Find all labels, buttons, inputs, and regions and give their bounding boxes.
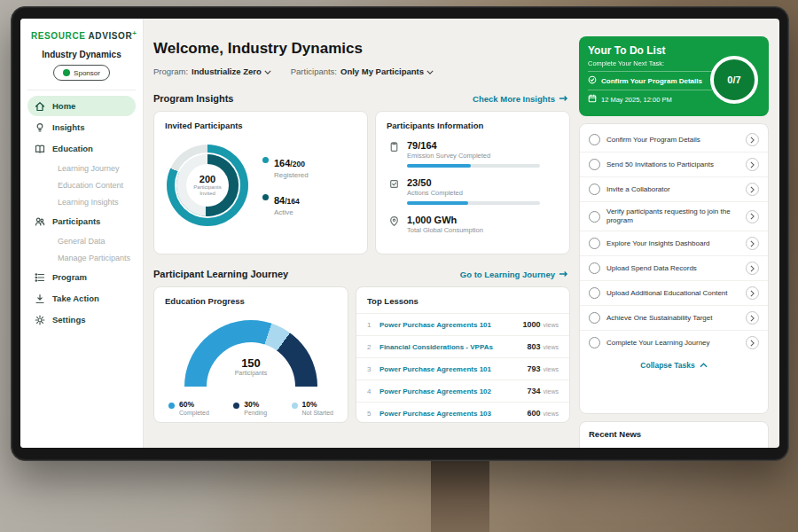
check-more-insights-link[interactable]: Check More Insights [473,94,568,104]
task-label: Send 50 Invitations to Participants [606,160,739,169]
sidebar-item-home[interactable]: Home [27,96,136,116]
lesson-link[interactable]: Power Purchase Agreements 101 [379,321,522,329]
chevron-right-icon[interactable] [746,262,759,275]
card-title: Education Progress [154,287,348,306]
legend-label: Completed [179,410,209,416]
chevron-right-icon[interactable] [746,158,759,171]
task-row[interactable]: Upload Additional Educational Content [580,281,768,306]
task-row[interactable]: Complete Your Learning Journey [580,331,768,355]
task-checkbox[interactable] [589,238,600,249]
calendar-icon [588,94,597,105]
task-row[interactable]: Confirm Your Program Details [580,128,768,153]
chevron-down-icon [424,66,434,76]
chevron-right-icon[interactable] [746,210,759,223]
task-row[interactable]: Upload Spend Data Records [580,256,768,281]
location-pin-icon [388,215,400,234]
lesson-link[interactable]: Power Purchase Agreements 103 [379,410,527,418]
sidebar-item-label: Home [52,101,75,111]
task-checkbox[interactable] [589,262,600,274]
chevron-right-icon[interactable] [746,183,759,196]
program-filter-label: Program: [153,66,188,76]
clipboard-icon [388,140,400,168]
task-label: Explore Your Insights Dashboard [606,239,739,248]
task-checkbox[interactable] [589,211,600,223]
collapse-tasks-link[interactable]: Collapse Tasks [580,355,768,372]
brand-logo[interactable]: RESOURCE ADVISOR+ [20,19,143,43]
todo-progress-ring: 0/7 [710,56,758,104]
gauge-legend: 60%Completed 30%Pending 10%Not Started [154,389,348,416]
gear-icon [35,315,45,325]
lesson-link[interactable]: Power Purchase Agreements 101 [379,365,527,373]
legend-dot [233,403,239,409]
task-row[interactable]: Send 50 Invitations to Participants [580,153,768,177]
program-filter[interactable]: Program: Industrialize Zero [153,66,271,76]
legend-label: Active [274,208,300,216]
legend-value: 164 [274,158,290,168]
chevron-down-icon [262,66,271,76]
participants-filter[interactable]: Participants: Only My Participants [291,66,434,76]
sidebar-item-insights[interactable]: Insights [27,117,136,137]
sidebar-item-education[interactable]: Education [27,138,136,159]
stat-global-consumption: 1,000 GWh Total Global Consumption [376,205,569,234]
task-row[interactable]: Explore Your Insights Dashboard [580,231,768,256]
recent-news-title: Recent News [589,429,759,439]
legend-dot [292,403,298,409]
task-checkbox[interactable] [589,159,600,170]
task-checkbox[interactable] [589,312,600,324]
progress-bar [407,164,540,168]
sidebar-item-participants[interactable]: Participants [27,211,136,231]
task-row[interactable]: Verify participants requesting to join t… [580,202,768,231]
task-checkbox[interactable] [589,337,600,348]
sidebar-item-settings[interactable]: Settings [27,309,136,330]
chevron-right-icon[interactable] [746,286,759,300]
org-name: Industry Dynamics [20,50,143,59]
download-action-icon [35,293,45,304]
sidebar-item-take-action[interactable]: Take Action [27,288,136,309]
legend-not-started: 10%Not Started [292,400,333,416]
task-checkbox[interactable] [589,287,600,299]
chevron-right-icon[interactable] [746,133,759,146]
sidebar-item-general-data[interactable]: General Data [27,232,136,249]
donut-center-label: Participants Invited [191,184,224,197]
sidebar-item-program[interactable]: Program [27,267,136,287]
todo-progress-value: 0/7 [727,74,740,85]
lesson-rank: 4 [367,387,379,395]
stat-value: 1,000 GWh [407,215,483,225]
main-content: Welcome, Industry Dynamics Program: Indu… [153,19,581,448]
check-circle-icon [588,75,597,86]
todo-due-label: 12 May 2025, 12:00 PM [601,96,672,104]
chevron-right-icon[interactable] [746,311,759,325]
list-icon [35,272,45,283]
task-checkbox[interactable] [589,134,600,145]
participants-filter-label: Participants: [291,66,337,76]
lesson-link[interactable]: Financial Considerations - VPPAs [379,343,527,351]
education-progress-card: Education Progress 150 Participants 60%C… [153,286,348,423]
lesson-link[interactable]: Power Purchase Agreements 102 [379,387,527,395]
legend-pending: 30%Pending [233,400,267,416]
dashboard-screen: RESOURCE ADVISOR+ Industry Dynamics Spon… [20,19,779,448]
chevron-right-icon[interactable] [746,237,759,250]
task-row[interactable]: Achieve One Sustainability Target [580,306,768,331]
chevron-right-icon[interactable] [746,336,759,349]
task-row[interactable]: Invite a Collaborator [580,177,768,202]
stat-label: Total Global Consumption [407,226,483,234]
card-title: Participants Information [376,112,569,130]
go-to-learning-journey-link[interactable]: Go to Learning Journey [460,270,568,279]
sidebar-item-manage-participants[interactable]: Manage Participants [27,249,136,266]
sidebar-item-label: Settings [52,315,85,325]
lesson-rank: 2 [367,343,379,351]
task-checkbox[interactable] [589,184,600,195]
todo-header-card: Your To Do List Complete Your Next Task:… [579,36,769,116]
task-label: Achieve One Sustainability Target [606,314,739,323]
brand-part2: ADVISOR [89,31,133,41]
sidebar-item-learning-journey[interactable]: Learning Journey [27,160,136,176]
sidebar-item-education-content[interactable]: Education Content [27,176,136,193]
lesson-row: 3 Power Purchase Agreements 101 793 view… [356,358,569,380]
card-title: Invited Participants [154,112,367,130]
lesson-views: 1000 [522,320,540,329]
todo-next-task[interactable]: Confirm Your Program Details [588,71,712,90]
home-icon [35,101,45,112]
progress-bar [407,201,540,205]
sidebar-item-learning-insights[interactable]: Learning Insights [27,193,136,210]
legend-dot [168,403,175,409]
